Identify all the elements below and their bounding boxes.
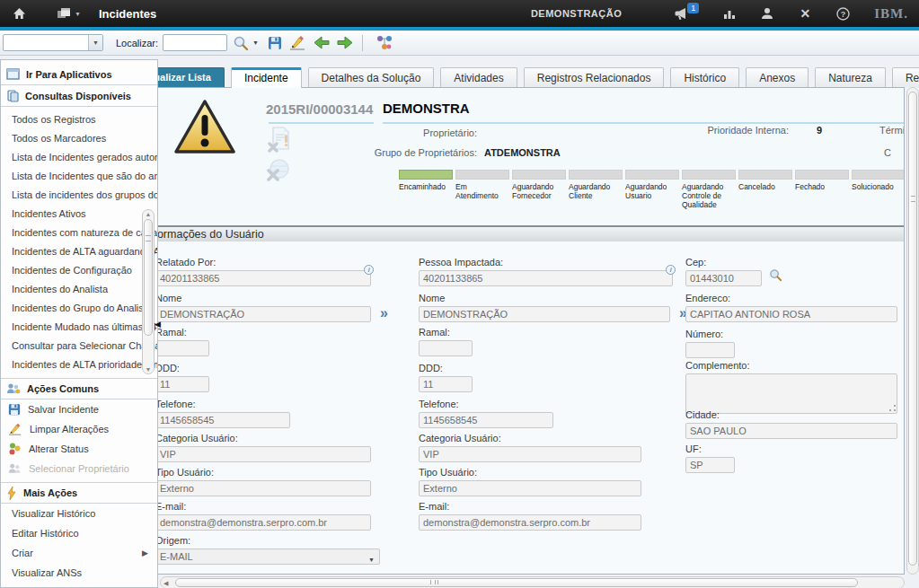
info-icon[interactable]: i	[364, 265, 374, 275]
horizontal-scrollbar-thumb[interactable]	[175, 578, 858, 587]
query-item[interactable]: Lista de Incidentes que são do analist..…	[1, 167, 158, 186]
sidebar-scrollbar[interactable]: ▲ ▼	[142, 209, 155, 374]
query-item[interactable]: Consultar para Selecionar Chamado...	[1, 337, 158, 355]
field-reported-name: Nome »	[155, 293, 371, 322]
query-item[interactable]: Incidentes de ALTA prioridade em AT...	[1, 355, 158, 374]
query-item[interactable]: Lista de Incidentes gerados automatic...	[1, 148, 158, 167]
tab-registros-relacionados[interactable]: Registros Relacionados	[524, 67, 665, 87]
action-attachments-library[interactable]: Biblioteca/Pastas de anexos▶	[1, 583, 157, 588]
reports-icon[interactable]	[721, 6, 738, 21]
action-clear-changes[interactable]: Limpar Alterações	[1, 419, 157, 439]
cep-input[interactable]	[685, 270, 762, 286]
help-icon[interactable]: ?	[835, 6, 851, 21]
scroll-up-arrow-icon[interactable]: ▲	[143, 211, 154, 217]
tab-anexos[interactable]: Anexos	[746, 67, 809, 87]
reported-category-input[interactable]	[155, 446, 371, 462]
find-input[interactable]	[163, 34, 227, 51]
complement-textarea[interactable]	[685, 373, 897, 414]
profile-icon[interactable]	[759, 6, 775, 21]
action-view-history[interactable]: Visualizar Histórico	[1, 504, 157, 523]
sign-out-icon[interactable]: ✕	[797, 6, 813, 21]
action-view-slas[interactable]: Visualizar ANSs	[1, 563, 157, 583]
search-options-caret-icon[interactable]: ▼	[252, 39, 259, 46]
cep-search-icon[interactable]	[769, 268, 782, 285]
scroll-down-arrow-icon[interactable]: ▼	[143, 366, 154, 373]
scroll-left-arrow-icon[interactable]: ◀	[163, 580, 168, 587]
impacted-email-input[interactable]	[419, 514, 641, 531]
reported-by-input[interactable]	[155, 270, 371, 286]
number-input[interactable]	[685, 342, 735, 358]
vertical-scrollbar[interactable]	[906, 87, 919, 575]
impacted-ramal-input[interactable]	[419, 340, 473, 356]
sidebar-item-go-to-apps[interactable]: Ir Para Aplicativos	[1, 64, 157, 85]
no-solution-document-icon[interactable]	[268, 126, 291, 156]
query-item[interactable]: Incidentes do Analista	[1, 280, 158, 299]
query-item[interactable]: Lista de incidentes dos grupos do an...	[1, 186, 158, 205]
no-global-issue-icon[interactable]	[266, 158, 291, 187]
tab-detalhes-da-solucao[interactable]: Detalhes da Solução	[308, 67, 435, 87]
action-change-status[interactable]: Alterar Status	[1, 439, 157, 459]
status-segment: Cancelado	[738, 170, 792, 210]
applications-menu-caret-icon[interactable]: ▼	[75, 11, 81, 17]
uf-input[interactable]	[685, 457, 735, 473]
origin-dropdown[interactable]: E-MAIL ▼	[155, 549, 380, 565]
query-item[interactable]: Incidentes Ativos	[1, 205, 158, 224]
horizontal-scrollbar[interactable]: ◀	[160, 576, 905, 588]
tab-resumo[interactable]: Resumo	[892, 67, 919, 87]
impacted-type-input[interactable]	[419, 480, 641, 496]
impacted-phone-input[interactable]	[419, 412, 553, 428]
info-icon[interactable]: i	[666, 265, 676, 275]
reported-name-input[interactable]	[155, 306, 371, 322]
record-combobox[interactable]: ▼	[3, 34, 103, 51]
workflow-icon[interactable]	[376, 34, 393, 51]
dropdown-caret-icon[interactable]: ▼	[368, 554, 375, 566]
status-segment: Aguardando Controle de Qualidade	[682, 170, 736, 210]
reported-ddd-input[interactable]	[155, 376, 209, 392]
sidebar-section-queries[interactable]: Consultas Disponíveis	[1, 85, 157, 107]
query-item[interactable]: Incidentes de Configuração	[1, 261, 158, 280]
impacted-category-input[interactable]	[419, 446, 641, 462]
previous-record-icon[interactable]	[314, 35, 331, 50]
reported-phone-input[interactable]	[155, 412, 290, 428]
save-icon[interactable]	[268, 36, 282, 50]
applications-menu-icon[interactable]	[56, 6, 72, 21]
query-item[interactable]: Incidentes do Grupo do Analista	[1, 299, 158, 318]
vertical-scrollbar-thumb[interactable]	[908, 92, 917, 566]
reported-email-input[interactable]	[155, 514, 371, 531]
reported-ramal-input[interactable]	[155, 340, 209, 356]
field-uf: UF:	[685, 443, 735, 473]
status-segment: Solucionado	[852, 170, 905, 210]
query-item[interactable]: Incidentes de ALTA aguardando Anál...	[1, 242, 158, 261]
query-item[interactable]: Incidente Mudado nas últimas 24 horas	[1, 318, 158, 337]
submenu-arrow-icon: ▶	[142, 543, 148, 563]
tab-natureza[interactable]: Natureza	[815, 67, 886, 87]
clipped-label: C	[884, 147, 891, 158]
action-edit-history[interactable]: Editar Histórico	[1, 523, 157, 543]
city-input[interactable]	[685, 423, 897, 439]
query-item[interactable]: Incidentes com natureza de capacidade	[1, 224, 158, 242]
next-record-icon[interactable]	[336, 35, 353, 50]
tab-bar: Visualizar Lista Incidente Detalhes da S…	[126, 67, 919, 87]
tab-atividades[interactable]: Atividades	[440, 67, 517, 87]
field-reported-ddd: DDD:	[155, 363, 209, 392]
record-combobox-caret-icon[interactable]: ▼	[88, 35, 102, 50]
action-create[interactable]: Criar▶	[1, 543, 157, 563]
address-input[interactable]	[685, 306, 897, 322]
impacted-ddd-input[interactable]	[419, 376, 473, 392]
query-item[interactable]: Todos os Registros	[1, 110, 158, 129]
query-item[interactable]: Todos os Marcadores	[1, 129, 158, 148]
action-save-incident[interactable]: Salvar Incidente	[1, 399, 157, 419]
window-icon	[6, 68, 20, 80]
sidebar-collapse-arrow-icon[interactable]: ◀	[155, 320, 161, 329]
tab-incidente[interactable]: Incidente	[231, 67, 302, 88]
field-impacted-ramal: Ramal:	[419, 327, 473, 356]
reported-type-input[interactable]	[155, 480, 371, 496]
field-impacted-email: E-mail:	[419, 501, 641, 531]
tab-historico[interactable]: Histórico	[670, 67, 739, 87]
clear-changes-icon[interactable]	[289, 35, 306, 50]
home-icon[interactable]	[11, 6, 27, 21]
detail-chevron-icon[interactable]: »	[380, 305, 388, 321]
impacted-name-input[interactable]	[419, 306, 670, 322]
search-icon[interactable]	[233, 35, 249, 51]
impacted-person-input[interactable]	[419, 270, 673, 286]
